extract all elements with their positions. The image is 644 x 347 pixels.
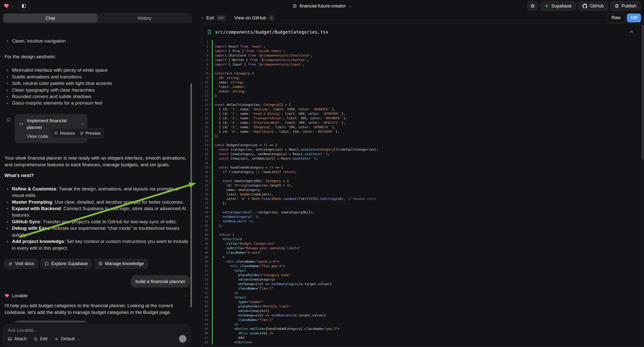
diff-added-bar [212,107,213,112]
code-line: 8▾interface Category { [202,71,642,76]
line-number: 51 [202,264,208,268]
diff-button[interactable]: Diff [627,14,641,22]
code-line: 47 subtitle="Manage your spending limits… [202,246,642,250]
edit-button[interactable]: Edit [34,336,48,342]
tab-chat[interactable]: Chat [3,14,97,23]
diff-added-bar [212,53,213,58]
fold-gutter [208,188,212,192]
line-number: 60 [202,304,208,309]
code-text: color: '#' + Math.floor(Math.random()*16… [215,197,377,201]
code-line: 2import React from 'react'; [202,44,642,49]
preview-button[interactable]: Preview [80,130,100,137]
supabase-button[interactable]: Supabase [540,1,576,11]
prompt-toolbar: Attach Edit Default ⌄ ↑ [8,335,186,342]
exit-button[interactable]: Exit [206,15,214,21]
lovable-heart-icon [4,294,10,298]
send-button[interactable]: ↑ [179,335,186,342]
version-card-add-budget-categories[interactable]: <> Add budget categories › View code [15,320,88,322]
fold-gutter [208,80,212,85]
file-header[interactable]: src/components/budget/BudgetCategories.t… [202,24,642,40]
explore-supabase-button[interactable]: Explore Supabase [40,259,92,269]
code-text: className="flex-1" [215,318,273,322]
code-line: 10 name: string; [202,80,642,85]
external-link-icon [80,132,84,135]
topbar: ⌄ financial-future-creator ⌄ ⚙ Supabase [0,0,644,12]
line-number: 43 [202,228,208,232]
chat-scrollbar[interactable] [190,84,192,308]
whats-next-title: What's next? [4,172,190,179]
line-number: 52 [202,268,208,273]
fold-gutter [208,107,212,112]
line-number: 56 [202,286,208,291]
line-number: 12 [202,89,208,94]
line-number: 64 [202,322,208,326]
line-number: 27 [202,156,208,161]
prompt-input-box[interactable]: Ask Lovable... Attach Edit [3,324,190,346]
collapse-file-button[interactable] [626,27,637,36]
diff-added-bar [212,71,213,76]
code-line: 5import { Button } from '@/components/ui… [202,58,642,62]
list-item: Soft, neutral color palette with light b… [4,80,190,87]
fold-chevron-icon[interactable]: ▾ [208,143,212,147]
code-line: 16 { id: '1', name: 'Housing', limit: 15… [202,107,642,112]
message-menu-icon[interactable]: ··· [184,292,190,299]
diff-added-bar [212,98,213,102]
line-number: 29 [202,165,208,170]
diff-added-bar [212,286,213,291]
code-scrollbar[interactable] [642,25,644,159]
code-toolbar: ‹ Exit ESC View on GitHub G Raw Diff [194,12,644,24]
restore-button[interactable]: Restore [54,130,75,137]
github-button[interactable]: GitHub [578,1,608,11]
code-text: import { Input } from '@/components/ui/i… [215,62,304,67]
user-message: build a financial planner [131,275,190,288]
diff-added-bar [212,268,213,273]
code-text: <div className="space-y-6"> [215,260,279,264]
fold-gutter [208,210,212,214]
quick-actions: Visit docs Explore Supabase Manage knowl… [4,259,190,269]
line-number: 11 [202,85,208,89]
code-text: /> [215,322,238,326]
file-plus-icon [207,29,212,34]
diff-added-bar [212,165,213,170]
assistant-summary: Your sleek financial planner is now read… [4,154,190,168]
code-line: 24▾const BudgetCategories = () => { [202,143,642,147]
manage-knowledge-button[interactable]: Manage knowledge [94,259,148,269]
fold-gutter [208,98,212,102]
chevron-down-icon: ⌄ [77,336,80,341]
diff-added-bar [212,291,213,295]
fold-chevron-icon[interactable]: ▾ [208,179,212,183]
bookmark-icon [6,118,11,122]
diff-added-bar [212,152,213,156]
diff-added-bar [212,300,213,304]
diff-added-bar [212,94,213,98]
fold-chevron-icon[interactable]: ▾ [208,71,212,76]
line-number: 59 [202,300,208,304]
code-text: type="number" [215,300,264,304]
back-chevron-icon[interactable]: ‹ [202,15,204,21]
project-chevron-icon: ⌄ [348,4,352,8]
attach-button[interactable]: Attach [8,336,27,342]
code-text: { id: '1', name: 'Housing', limit: 1500,… [215,107,336,112]
code-line: 67 Add [202,336,642,340]
diff-added-bar [212,331,213,336]
code-text: placeholder="Monthly limit" [215,304,291,309]
project-selector[interactable]: financial-future-creator ⌄ [292,3,352,9]
sidebar-toggle-button[interactable] [18,1,30,11]
mode-selector[interactable]: Default ⌄ [54,336,80,342]
code-text: placeholder="Category name" [215,273,291,277]
list-item: Master Prompting: Use clear, detailed, a… [4,199,190,205]
view-on-github-button[interactable]: View on GitHub [234,15,266,21]
publish-button[interactable]: Publish [610,1,640,11]
fold-gutter [208,246,212,250]
code-line: 27 const [newLimit, setNewLimit] = React… [202,156,642,161]
raw-button[interactable]: Raw [607,13,625,23]
fold-chevron-icon[interactable]: ▾ [208,102,212,107]
code-text: id: String(categories.length + 1), [215,183,293,188]
fold-chevron-icon[interactable]: ▾ [208,165,212,170]
fold-gutter [208,295,212,300]
fold-gutter [208,336,212,340]
workspace-menu-chevron-icon[interactable]: ⌄ [11,4,14,8]
settings-button[interactable]: ⚙ [528,1,538,11]
visit-docs-button[interactable]: Visit docs [4,259,38,269]
tab-history[interactable]: History [97,14,192,23]
